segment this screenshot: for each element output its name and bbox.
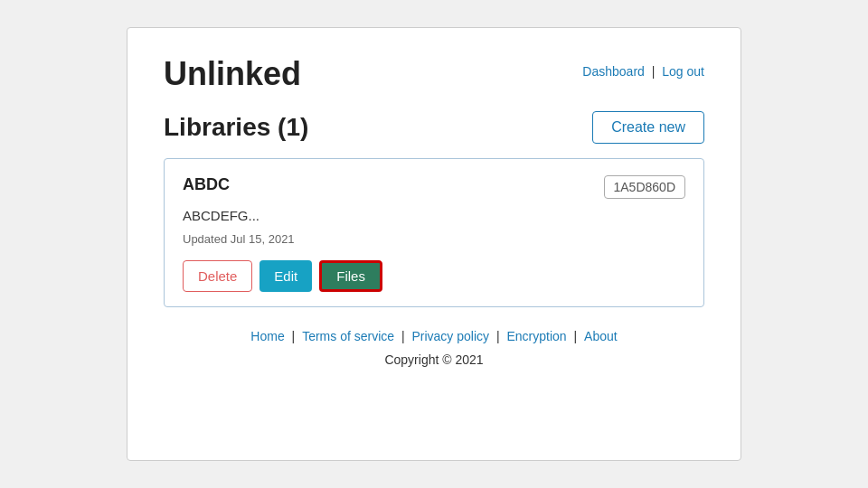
- library-updated: Updated Jul 15, 2021: [183, 232, 685, 246]
- encryption-link[interactable]: Encryption: [506, 329, 566, 343]
- dashboard-link[interactable]: Dashboard: [582, 64, 645, 79]
- library-card: ABDC 1A5D860D ABCDEFG... Updated Jul 15,…: [164, 158, 704, 307]
- privacy-link[interactable]: Privacy policy: [411, 329, 489, 343]
- library-actions: Delete Edit Files: [183, 260, 685, 292]
- nav-separator: |: [652, 64, 659, 79]
- files-button[interactable]: Files: [319, 260, 382, 292]
- edit-button[interactable]: Edit: [259, 260, 312, 292]
- copyright: Copyright © 2021: [164, 352, 704, 367]
- header-links: Dashboard | Log out: [582, 64, 704, 79]
- footer-links: Home | Terms of service | Privacy policy…: [164, 329, 704, 343]
- library-card-top: ABDC 1A5D860D: [183, 175, 685, 199]
- libraries-row: Libraries (1) Create new: [164, 111, 704, 144]
- logout-link[interactable]: Log out: [662, 64, 704, 79]
- library-description: ABCDEFG...: [183, 208, 685, 223]
- app-title: Unlinked: [164, 55, 301, 93]
- about-link[interactable]: About: [584, 329, 618, 343]
- header-row: Unlinked Dashboard | Log out: [164, 55, 704, 93]
- create-new-button[interactable]: Create new: [592, 111, 704, 144]
- libraries-title: Libraries (1): [164, 113, 308, 142]
- library-name: ABDC: [183, 175, 230, 194]
- library-id-badge: 1A5D860D: [604, 175, 686, 199]
- delete-button[interactable]: Delete: [183, 260, 252, 292]
- home-link[interactable]: Home: [250, 329, 284, 343]
- terms-link[interactable]: Terms of service: [302, 329, 394, 343]
- page-container: Unlinked Dashboard | Log out Libraries (…: [127, 27, 741, 461]
